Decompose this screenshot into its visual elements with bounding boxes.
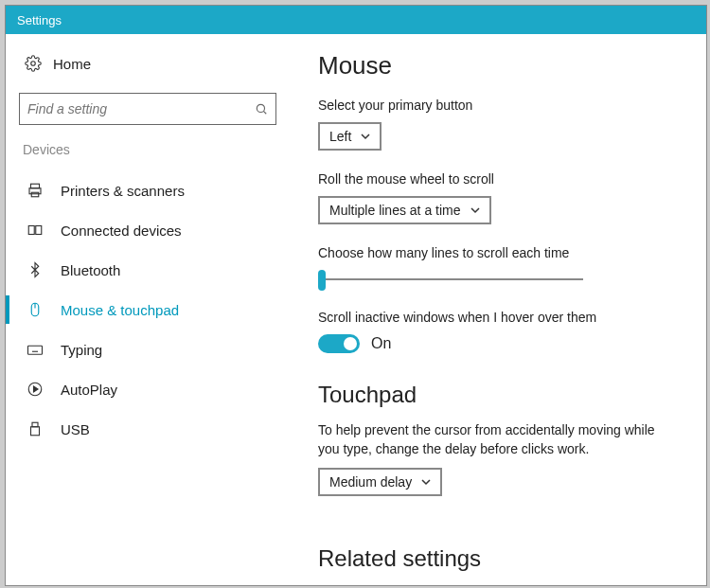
primary-button-dropdown[interactable]: Left: [318, 122, 382, 151]
sidebar-item-label: Mouse & touchpad: [61, 302, 179, 318]
inactive-value: On: [371, 335, 391, 352]
chevron-down-icon: [470, 205, 480, 215]
sidebar-item-label: Bluetooth: [61, 262, 120, 278]
svg-rect-19: [31, 427, 40, 436]
sidebar-item-connected[interactable]: Connected devices: [19, 210, 276, 250]
window-body: Home Devices Printers & scanners: [6, 34, 706, 585]
svg-rect-10: [28, 346, 43, 354]
window-titlebar: Settings: [6, 6, 706, 34]
mouse-heading: Mouse: [318, 51, 678, 80]
svg-point-1: [257, 104, 264, 112]
svg-rect-6: [28, 226, 34, 235]
usb-icon: [27, 420, 44, 437]
touchpad-delay-value: Medium delay: [329, 474, 412, 490]
sidebar-item-label: USB: [61, 421, 90, 437]
lines-slider[interactable]: [318, 270, 583, 289]
home-button[interactable]: Home: [19, 47, 276, 80]
related-heading: Related settings: [318, 545, 678, 572]
sidebar-item-autoplay[interactable]: AutoPlay: [19, 369, 276, 409]
svg-rect-5: [31, 192, 39, 197]
section-label: Devices: [19, 142, 276, 157]
inactive-toggle[interactable]: [318, 334, 360, 353]
svg-line-2: [263, 111, 266, 114]
keyboard-icon: [27, 341, 44, 358]
sidebar-item-label: Printers & scanners: [61, 183, 185, 199]
content-panel: Mouse Select your primary button Left Ro…: [290, 34, 706, 585]
sidebar-item-bluetooth[interactable]: Bluetooth: [19, 250, 276, 290]
touchpad-description: To help prevent the cursor from accident…: [318, 421, 678, 458]
sidebar-item-printers[interactable]: Printers & scanners: [19, 170, 276, 210]
search-input-container[interactable]: [19, 93, 276, 125]
primary-button-label: Select your primary button: [318, 98, 678, 113]
printer-icon: [27, 182, 44, 199]
wheel-dropdown[interactable]: Multiple lines at a time: [318, 196, 491, 224]
home-label: Home: [53, 56, 91, 72]
wheel-value: Multiple lines at a time: [329, 203, 461, 218]
sidebar-nav: Printers & scanners Connected devices Bl…: [19, 170, 276, 449]
svg-rect-7: [36, 226, 42, 235]
autoplay-icon: [27, 381, 44, 398]
svg-marker-17: [34, 386, 39, 392]
bluetooth-icon: [27, 261, 44, 278]
sidebar-item-usb[interactable]: USB: [19, 409, 276, 449]
lines-label: Choose how many lines to scroll each tim…: [318, 245, 678, 260]
slider-thumb[interactable]: [318, 270, 326, 291]
inactive-label: Scroll inactive windows when I hover ove…: [318, 310, 678, 325]
wheel-label: Roll the mouse wheel to scroll: [318, 171, 678, 187]
mouse-icon: [27, 301, 44, 318]
sidebar-item-mouse[interactable]: Mouse & touchpad: [19, 290, 276, 330]
touchpad-delay-dropdown[interactable]: Medium delay: [318, 468, 442, 496]
sidebar-item-typing[interactable]: Typing: [19, 330, 276, 369]
chevron-down-icon: [361, 132, 370, 141]
connected-devices-icon: [27, 222, 44, 239]
sidebar-item-label: Typing: [61, 342, 102, 358]
slider-track: [318, 278, 583, 280]
inactive-toggle-row: On: [318, 334, 678, 353]
sidebar-item-label: AutoPlay: [61, 382, 117, 398]
gear-icon: [25, 55, 42, 72]
primary-button-value: Left: [329, 129, 351, 144]
search-input[interactable]: [27, 101, 255, 116]
window-title: Settings: [17, 13, 62, 27]
settings-window: Settings Home Devices: [5, 5, 707, 586]
chevron-down-icon: [421, 477, 431, 487]
sidebar: Home Devices Printers & scanners: [6, 34, 290, 585]
touchpad-heading: Touchpad: [318, 382, 678, 408]
svg-rect-3: [31, 184, 40, 188]
search-icon: [255, 102, 268, 116]
svg-rect-18: [32, 422, 38, 427]
svg-point-0: [31, 62, 36, 66]
sidebar-item-label: Connected devices: [61, 223, 182, 239]
